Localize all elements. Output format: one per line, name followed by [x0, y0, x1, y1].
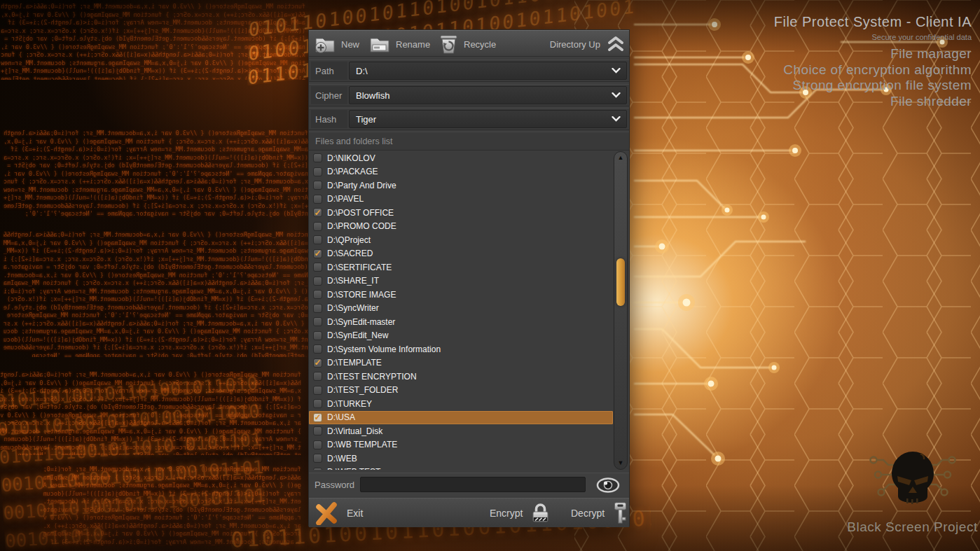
list-item-label: D:\TEST ENCRYPTION	[327, 372, 417, 382]
list-item[interactable]: D:\SynEdit-master	[309, 315, 613, 329]
hash-value: Tiger	[350, 114, 612, 125]
password-input[interactable]	[360, 477, 586, 492]
directory-up-button[interactable]: Directory Up	[550, 32, 625, 56]
show-password-eye-icon[interactable]	[596, 477, 620, 493]
path-label: Path	[311, 62, 347, 80]
checkbox[interactable]	[313, 167, 322, 176]
feature-line: File shredder	[783, 94, 972, 110]
scroll-down-icon[interactable]: ▼	[614, 460, 627, 466]
checkbox[interactable]	[313, 153, 322, 162]
checkbox-checked[interactable]: ✓	[313, 358, 322, 368]
app-subtitle: Secure your confidential data	[774, 33, 972, 41]
checkbox[interactable]	[313, 235, 322, 244]
encrypt-label: Encrypt	[490, 508, 523, 519]
list-item[interactable]: D:\NIKOLOV	[309, 151, 613, 165]
list-item[interactable]: D:\PACKAGE	[309, 165, 613, 179]
list-item[interactable]: D:\SynEdit_New	[309, 329, 613, 343]
list-item-label: D:\TEST_FOLDER	[327, 385, 398, 395]
checkbox[interactable]	[313, 331, 322, 340]
list-item[interactable]: D:\QProject	[309, 233, 613, 247]
list-item[interactable]: D:\PAVEL	[309, 193, 613, 207]
list-item[interactable]: D:\TEST ENCRYPTION	[309, 370, 613, 384]
list-item-label: D:\STORE IMAGE	[327, 290, 396, 300]
checkbox[interactable]	[313, 399, 322, 408]
list-item[interactable]: D:\STORE IMAGE	[309, 288, 613, 302]
chevron-down-icon	[612, 68, 621, 74]
new-button-label: New	[341, 39, 359, 50]
list-item-label: D:\POST OFFICE	[327, 208, 394, 218]
feature-line: Strong encryption file system	[783, 78, 972, 94]
hash-select[interactable]: Tiger	[349, 110, 627, 128]
list-item[interactable]: D:\SERTIFICATE	[309, 260, 613, 274]
list-item-label: D:\QProject	[327, 235, 371, 245]
hash-label: Hash	[311, 110, 347, 128]
exit-label: Exit	[347, 508, 363, 519]
cipher-label: Cipher	[311, 86, 347, 104]
list-item[interactable]: D:\PROMO CODE	[309, 220, 613, 234]
list-item-label: D:\WEB TEST	[327, 467, 380, 470]
checkbox[interactable]	[313, 468, 322, 470]
rename-folder-icon	[369, 34, 390, 54]
checkbox[interactable]	[313, 454, 322, 463]
list-item-label: D:\WEB	[327, 454, 357, 463]
list-item-label: D:\System Volume Information	[327, 344, 441, 354]
checkbox[interactable]	[313, 317, 322, 326]
checkbox[interactable]	[313, 344, 322, 354]
list-item[interactable]: D:\System Volume Information	[309, 342, 613, 356]
checkbox-checked[interactable]: ✓	[313, 249, 322, 258]
list-item[interactable]: D:\SHARE_IT	[309, 274, 613, 288]
checkbox[interactable]	[313, 372, 322, 381]
encrypt-button[interactable]: Encrypt	[490, 498, 550, 528]
list-item[interactable]: D:\WB TEMPLATE	[309, 438, 613, 452]
list-item[interactable]: D:\WEB	[309, 452, 613, 466]
list-item[interactable]: D:\Virtual_Disk	[309, 424, 613, 438]
checkbox[interactable]	[313, 181, 322, 190]
path-select[interactable]: D:\	[349, 62, 627, 80]
list-item[interactable]: ✓D:\POST OFFICE	[309, 206, 613, 220]
list-item[interactable]: D:\WEB TEST	[309, 466, 613, 470]
list-item-label: D:\USA	[327, 412, 355, 422]
checkbox-checked[interactable]: ✓	[313, 413, 322, 422]
list-item-label: D:\PAVEL	[327, 194, 364, 204]
rename-button[interactable]: Rename	[369, 32, 430, 56]
scrollbar-thumb[interactable]	[616, 258, 625, 306]
file-list: D:\NIKOLOVD:\PACKAGED:\Party And DriveD:…	[309, 151, 629, 470]
password-row: Password	[309, 473, 629, 496]
list-item-label: D:\WB TEMPLATE	[327, 440, 397, 449]
scroll-up-icon[interactable]: ▲	[614, 155, 627, 161]
list-item-label: D:\TURKEY	[327, 399, 372, 409]
checkbox[interactable]	[313, 222, 322, 231]
checkbox[interactable]	[313, 195, 322, 204]
list-item-label: D:\SHARE_IT	[327, 276, 379, 286]
new-button[interactable]: New	[315, 32, 359, 56]
list-item[interactable]: ✓D:\TEMPLATE	[309, 356, 613, 370]
list-item-label: D:\SynEdit-master	[327, 317, 395, 327]
cipher-select[interactable]: Blowfish	[349, 86, 627, 104]
checkbox[interactable]	[313, 290, 322, 299]
chevron-down-icon	[612, 116, 621, 122]
exit-button[interactable]: Exit	[315, 498, 363, 528]
checkbox-checked[interactable]: ✓	[313, 208, 322, 217]
list-item-label: D:\SynEdit_New	[327, 330, 388, 340]
recycle-button-label: Recycle	[464, 39, 496, 50]
feature-list: File managerChoice of encryption algorit…	[783, 46, 972, 109]
decrypt-button[interactable]: Decrypt	[571, 498, 628, 528]
list-item[interactable]: D:\TEST_FOLDER	[309, 384, 613, 398]
list-item[interactable]: ✓D:\SACRED	[309, 247, 613, 261]
list-item[interactable]: ✓D:\USA	[309, 411, 613, 425]
checkbox[interactable]	[313, 440, 322, 449]
checkbox[interactable]	[313, 263, 322, 272]
list-item[interactable]: D:\SyncWriter	[309, 302, 613, 316]
checkbox[interactable]	[313, 386, 322, 395]
list-item-label: D:\PROMO CODE	[327, 221, 396, 231]
list-scrollbar[interactable]: ▲ ▼	[614, 151, 628, 470]
list-item-label: D:\PACKAGE	[327, 167, 378, 176]
list-item-label: D:\Party And Drive	[327, 181, 396, 190]
list-item[interactable]: D:\TURKEY	[309, 397, 613, 411]
screen: function MM_swapImgRestore() { //v3.0 va…	[0, 0, 980, 551]
recycle-button[interactable]: Recycle	[439, 32, 496, 56]
checkbox[interactable]	[313, 426, 322, 435]
list-item[interactable]: D:\Party And Drive	[309, 179, 613, 193]
checkbox[interactable]	[313, 304, 322, 313]
checkbox[interactable]	[313, 277, 322, 286]
